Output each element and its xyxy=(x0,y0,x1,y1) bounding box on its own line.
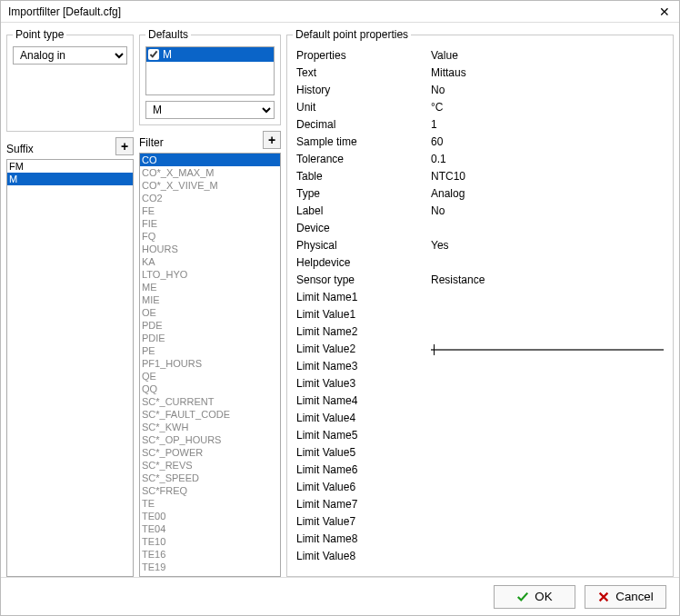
property-value[interactable]: 60 xyxy=(427,135,667,148)
property-row[interactable]: Limit Value8 xyxy=(293,547,667,564)
filter-list[interactable]: COCO*_X_MAX_MCO*_X_VIIVE_MCO2FEFIEFQHOUR… xyxy=(139,153,281,577)
property-value[interactable]: °C xyxy=(427,101,667,114)
defaults-legend: Defaults xyxy=(145,28,191,41)
defaults-list[interactable]: M xyxy=(145,46,275,95)
list-item[interactable]: SC*_POWER xyxy=(140,446,280,459)
list-item[interactable]: SC*FREQ xyxy=(140,484,280,497)
property-row[interactable]: Device xyxy=(293,219,667,236)
property-value[interactable]: No xyxy=(427,84,667,96)
property-row[interactable]: TableNTC10 xyxy=(293,167,667,184)
list-item[interactable]: SC*_OP_HOURS xyxy=(140,433,280,446)
property-row[interactable]: Limit Name1 xyxy=(293,288,667,305)
defaults-checkbox[interactable] xyxy=(148,49,159,60)
list-item[interactable]: FE xyxy=(140,204,280,217)
property-key: Limit Value4 xyxy=(293,412,427,424)
property-value-input[interactable] xyxy=(431,349,664,351)
list-item[interactable]: SC*_KWH xyxy=(140,421,280,433)
property-key: Physical xyxy=(293,239,427,252)
property-row[interactable]: HistoryNo xyxy=(293,81,667,98)
defaults-select[interactable]: M xyxy=(145,101,275,119)
list-item[interactable]: SC*_CURRENT xyxy=(140,395,280,408)
property-row[interactable]: Limit Value4 xyxy=(293,409,667,426)
list-item[interactable]: HOURS xyxy=(140,243,280,255)
property-value[interactable]: 0.1 xyxy=(427,153,667,165)
list-item[interactable]: TE00 xyxy=(140,510,280,522)
list-item[interactable]: TE10 xyxy=(140,535,280,548)
property-row[interactable]: Limit Name6 xyxy=(293,461,667,478)
list-item[interactable]: TE16 xyxy=(140,548,280,561)
list-item[interactable]: CO xyxy=(140,154,280,166)
default-props-group: Default point properties Properties Valu… xyxy=(286,28,674,577)
list-item[interactable]: QQ xyxy=(140,383,280,395)
right-column: Default point properties Properties Valu… xyxy=(286,28,674,577)
list-item[interactable]: TE xyxy=(140,497,280,510)
property-key: Label xyxy=(293,204,427,217)
property-row[interactable]: Limit Name8 xyxy=(293,530,667,547)
property-value[interactable]: Yes xyxy=(427,239,667,252)
list-item[interactable]: CO*_X_MAX_M xyxy=(140,166,280,179)
property-row[interactable]: Limit Name7 xyxy=(293,495,667,512)
property-value[interactable]: Resistance xyxy=(427,273,667,286)
filter-header: Filter + xyxy=(139,129,281,149)
property-row[interactable]: Decimal1 xyxy=(293,115,667,133)
property-value[interactable]: No xyxy=(427,204,667,217)
list-item[interactable]: M xyxy=(7,173,133,185)
props-body: TextMittausHistoryNoUnit°CDecimal1Sample… xyxy=(293,64,667,571)
list-item[interactable]: SC*_REVS xyxy=(140,459,280,472)
property-row[interactable]: Sample time60 xyxy=(293,133,667,150)
cancel-button[interactable]: Cancel xyxy=(585,585,666,609)
suffix-add-button[interactable]: + xyxy=(115,137,134,155)
property-row[interactable]: Limit Name5 xyxy=(293,426,667,443)
list-item[interactable]: TE19 xyxy=(140,561,280,573)
defaults-row-label: M xyxy=(163,48,172,61)
property-row[interactable]: Sensor typeResistance xyxy=(293,271,667,288)
property-row[interactable]: LabelNo xyxy=(293,202,667,219)
list-item[interactable]: ME xyxy=(140,281,280,293)
property-value[interactable]: Mittaus xyxy=(427,66,667,79)
list-item[interactable]: MIE xyxy=(140,293,280,306)
list-item[interactable]: PDIE xyxy=(140,332,280,344)
property-row[interactable]: Helpdevice xyxy=(293,253,667,271)
filter-add-button[interactable]: + xyxy=(263,131,281,149)
property-row[interactable]: Limit Value6 xyxy=(293,478,667,495)
list-item[interactable]: PF1_HOURS xyxy=(140,357,280,370)
list-item[interactable]: KA xyxy=(140,255,280,268)
property-row[interactable]: TextMittaus xyxy=(293,64,667,81)
property-row[interactable]: Limit Value3 xyxy=(293,374,667,392)
property-key: Decimal xyxy=(293,118,427,131)
content-area: Point type Analog in Suffix + FMM Defaul… xyxy=(1,23,679,577)
property-value[interactable]: NTC10 xyxy=(427,170,667,183)
list-item[interactable]: LTO_HYO xyxy=(140,268,280,281)
property-row[interactable]: Limit Name2 xyxy=(293,323,667,340)
property-row[interactable]: PhysicalYes xyxy=(293,236,667,253)
property-row[interactable]: Limit Value5 xyxy=(293,443,667,461)
property-row[interactable]: Limit Name3 xyxy=(293,357,667,374)
suffix-list[interactable]: FMM xyxy=(6,159,134,577)
property-value[interactable]: 1 xyxy=(427,118,667,131)
list-item[interactable]: FIE xyxy=(140,217,280,230)
property-value[interactable]: Analog xyxy=(427,187,667,200)
property-row[interactable]: Limit Value7 xyxy=(293,512,667,530)
list-item[interactable]: QE xyxy=(140,370,280,383)
property-row[interactable]: Unit°C xyxy=(293,98,667,115)
list-item[interactable]: TE04 xyxy=(140,522,280,535)
close-icon[interactable]: ✕ xyxy=(655,5,674,19)
point-type-select[interactable]: Analog in xyxy=(13,46,127,65)
list-item[interactable]: FQ xyxy=(140,230,280,243)
property-row[interactable]: Limit Value1 xyxy=(293,305,667,323)
list-item[interactable]: PDE xyxy=(140,319,280,332)
property-row[interactable]: TypeAnalog xyxy=(293,184,667,202)
ok-button[interactable]: OK xyxy=(494,585,575,609)
property-row[interactable]: Limit Name4 xyxy=(293,392,667,409)
list-item[interactable]: PE xyxy=(140,344,280,357)
list-item[interactable]: CO*_X_VIIVE_M xyxy=(140,179,280,192)
list-item[interactable]: SC*_FAULT_CODE xyxy=(140,408,280,421)
property-key: Helpdevice xyxy=(293,256,427,269)
list-item[interactable]: SC*_SPEED xyxy=(140,472,280,484)
defaults-row[interactable]: M xyxy=(146,47,274,62)
list-item[interactable]: CO2 xyxy=(140,192,280,204)
property-row[interactable]: Limit Value2 xyxy=(293,340,667,357)
list-item[interactable]: FM xyxy=(7,160,133,173)
list-item[interactable]: OE xyxy=(140,306,280,319)
property-row[interactable]: Tolerance0.1 xyxy=(293,150,667,167)
